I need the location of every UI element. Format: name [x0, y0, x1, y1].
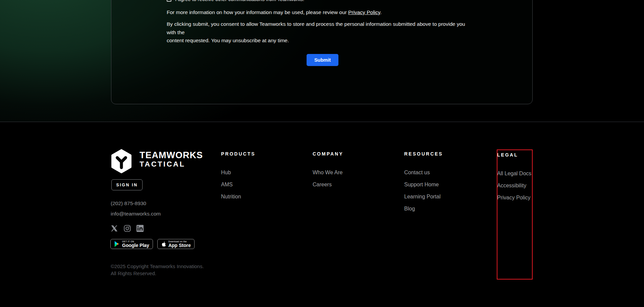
- footer-column-products: PRODUCTS Hub AMS Nutrition: [221, 151, 295, 205]
- brand-wordmark: TEAMWORKS TACTICAL: [140, 149, 203, 173]
- copyright-notice: ©2025 Copyright Teamworks Innovations. A…: [111, 263, 204, 277]
- column-title-company: COMPANY: [313, 151, 386, 157]
- linkedin-link[interactable]: [137, 225, 144, 232]
- linkedin-icon: [137, 225, 144, 232]
- footer-link-careers[interactable]: Careers: [313, 181, 386, 188]
- footer-link-learning-portal[interactable]: Learning Portal: [404, 193, 478, 200]
- form-card: I agree to receive other communications …: [111, 0, 533, 104]
- copyright-line2: All Rights Reserved.: [111, 270, 204, 277]
- google-play-icon: [114, 241, 120, 247]
- app-store-badge-text: Download on the App Store: [168, 240, 191, 248]
- footer-link-privacy-policy[interactable]: Privacy Policy: [497, 194, 571, 201]
- communications-consent-row: I agree to receive other communications …: [167, 0, 306, 2]
- privacy-line-prefix: For more information on how your informa…: [167, 9, 348, 15]
- footer-link-hub[interactable]: Hub: [221, 169, 295, 176]
- brand-logo[interactable]: TEAMWORKS TACTICAL: [111, 149, 203, 173]
- submit-button[interactable]: Submit: [307, 54, 338, 66]
- footer-link-ams[interactable]: AMS: [221, 181, 295, 188]
- sign-in-button[interactable]: SIGN IN: [111, 179, 143, 190]
- footer-column-legal: LEGAL All Legal Docs Accessibility Priva…: [497, 152, 571, 206]
- footer-link-accessibility[interactable]: Accessibility: [497, 182, 571, 189]
- required-asterisk: *: [304, 0, 306, 2]
- column-title-products: PRODUCTS: [221, 151, 295, 157]
- app-store-store-name: App Store: [168, 243, 191, 248]
- x-twitter-link[interactable]: [111, 225, 118, 232]
- phone-number: (202) 875-8930: [111, 200, 146, 206]
- apple-icon: [161, 241, 166, 247]
- instagram-icon: [124, 225, 131, 232]
- instagram-link[interactable]: [124, 225, 131, 232]
- site-footer: TEAMWORKS TACTICAL SIGN IN (202) 875-893…: [0, 122, 644, 307]
- footer-link-contact-us[interactable]: Contact us: [404, 169, 478, 176]
- column-title-resources: RESOURCES: [404, 151, 478, 157]
- footer-link-all-legal-docs[interactable]: All Legal Docs: [497, 170, 571, 177]
- privacy-line-suffix: .: [380, 9, 381, 15]
- google-play-store-name: Google Play: [122, 243, 149, 248]
- social-links: [111, 225, 144, 232]
- newsletter-form-section: I agree to receive other communications …: [0, 0, 644, 122]
- email-link[interactable]: info@teamworks.com: [111, 211, 161, 217]
- brand-name-line2: TACTICAL: [140, 160, 203, 169]
- privacy-policy-link[interactable]: Privacy Policy: [348, 9, 380, 15]
- app-store-badge[interactable]: Download on the App Store: [157, 239, 195, 249]
- google-play-badge[interactable]: GET IT ON Google Play: [110, 239, 153, 249]
- footer-column-resources: RESOURCES Contact us Support Home Learni…: [404, 151, 478, 218]
- footer-link-support-home[interactable]: Support Home: [404, 181, 478, 188]
- column-title-legal: LEGAL: [497, 152, 571, 158]
- teamworks-hexagon-y-icon: [111, 149, 132, 173]
- app-store-badges: GET IT ON Google Play Download on the Ap…: [110, 239, 195, 249]
- footer-link-who-we-are[interactable]: Who We Are: [313, 169, 386, 176]
- google-play-badge-text: GET IT ON Google Play: [122, 240, 149, 248]
- x-twitter-icon: [111, 225, 118, 232]
- communications-consent-checkbox[interactable]: [167, 0, 171, 2]
- brand-name-line1: TEAMWORKS: [140, 150, 203, 160]
- privacy-info-line: For more information on how your informa…: [167, 9, 382, 15]
- footer-link-blog[interactable]: Blog: [404, 205, 478, 212]
- footer-link-nutrition[interactable]: Nutrition: [221, 193, 295, 200]
- copyright-line1: ©2025 Copyright Teamworks Innovations.: [111, 263, 204, 270]
- communications-consent-label: I agree to receive other communications …: [175, 0, 306, 2]
- consent-label-text: I agree to receive other communications …: [175, 0, 304, 2]
- footer-column-company: COMPANY Who We Are Careers: [313, 151, 386, 193]
- submit-consent-paragraph: By clicking submit, you consent to allow…: [167, 20, 472, 45]
